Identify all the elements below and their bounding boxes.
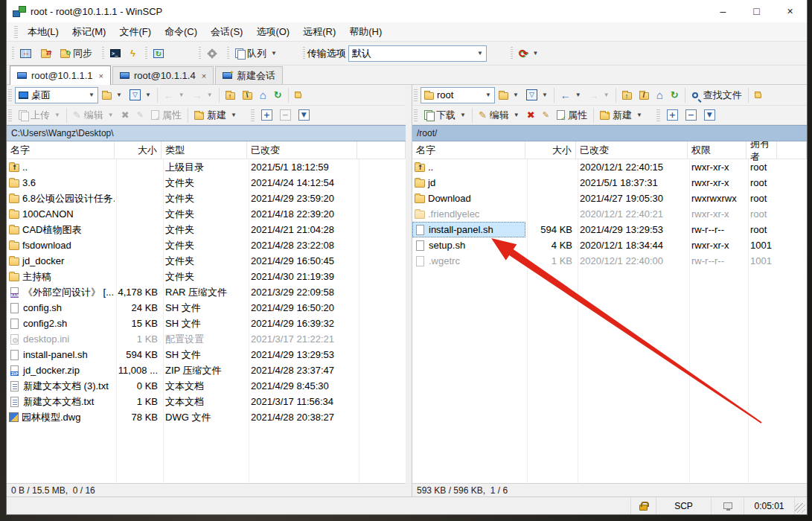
protocol-indicator[interactable]: SCP bbox=[656, 497, 712, 514]
maximize-button[interactable]: □ bbox=[740, 0, 773, 22]
open-directory-icon[interactable]: ▼ bbox=[495, 86, 522, 104]
file-row[interactable]: 园林模型.dwg78 KBDWG 文件2021/4/28 20:38:27 bbox=[7, 409, 406, 425]
refresh-icon[interactable]: ↻ bbox=[667, 86, 682, 104]
filter-icon[interactable]: ▽▼ bbox=[126, 86, 155, 104]
panel-splitter[interactable] bbox=[406, 85, 409, 496]
open-directory-icon[interactable]: ▼ bbox=[98, 86, 126, 104]
file-row[interactable]: jd_docker文件夹2021/4/29 16:50:45 bbox=[7, 253, 406, 269]
back-icon[interactable]: ←▼ bbox=[557, 86, 585, 104]
parent-directory-icon[interactable]: ↑ bbox=[222, 86, 239, 104]
tab-session[interactable]: root@10.1.1.1× bbox=[10, 65, 111, 85]
local-path-bar[interactable]: C:\Users\Wangz\Desktop\ bbox=[7, 125, 406, 141]
file-row[interactable]: fsdownload文件夹2021/4/28 23:22:08 bbox=[7, 237, 406, 253]
remote-drive-select[interactable]: root▼ bbox=[421, 87, 495, 103]
properties-button[interactable]: 属性 bbox=[553, 106, 591, 124]
synchronize-button[interactable]: ↻同步 bbox=[57, 45, 96, 63]
edit-button[interactable]: ✎编辑▼ bbox=[69, 106, 118, 124]
file-row[interactable]: 新建文本文档 (3).txt0 KB文本文档2021/4/29 8:45:30 bbox=[7, 378, 406, 394]
edit-button[interactable]: ✎编辑▼ bbox=[475, 106, 523, 124]
folder-sync-icon[interactable]: ⇄ bbox=[37, 45, 54, 63]
file-row[interactable]: install-panel.sh594 KBSH 文件2021/4/29 13:… bbox=[7, 347, 406, 362]
file-row[interactable]: 主持稿文件夹2021/4/30 21:19:39 bbox=[7, 269, 406, 284]
back-icon[interactable]: ←▼ bbox=[160, 86, 188, 104]
file-row[interactable]: ZIPjd_docker.zip11,008 ...ZIP 压缩文件2021/4… bbox=[7, 362, 406, 378]
new-button[interactable]: ✦新建▼ bbox=[596, 106, 646, 124]
minimize-button[interactable]: – bbox=[706, 0, 740, 22]
menu-item[interactable]: 会话(S) bbox=[204, 23, 249, 41]
menu-item[interactable]: 帮助(H) bbox=[342, 23, 389, 41]
file-row[interactable]: install-panel.sh594 KB2021/4/29 13:29:53… bbox=[412, 222, 807, 237]
server-icon[interactable] bbox=[712, 497, 744, 514]
menu-item[interactable]: 本地(L) bbox=[21, 23, 65, 41]
tab-session[interactable]: root@10.1.1.4× bbox=[112, 66, 214, 84]
console-icon[interactable]: >_ bbox=[106, 45, 124, 63]
transfer-preset-select[interactable]: 默认▼ bbox=[348, 45, 487, 62]
file-row[interactable]: config2.sh15 KBSH 文件2021/4/29 16:39:32 bbox=[7, 316, 406, 331]
delete-icon[interactable]: ✖ bbox=[118, 106, 133, 124]
file-row[interactable]: 新建文本文档.txt1 KB文本文档2021/3/17 11:56:34 bbox=[7, 394, 406, 409]
properties-button[interactable]: 属性 bbox=[147, 106, 185, 124]
column-header-changed[interactable]: 已改变 bbox=[247, 141, 357, 159]
file-row[interactable]: jd2021/5/1 18:37:31rwxr-xr-xroot bbox=[412, 175, 807, 191]
file-row[interactable]: 6.8公顷公园设计任务...文件夹2021/4/29 23:59:20 bbox=[7, 191, 406, 206]
rename-icon[interactable]: ✎ bbox=[539, 106, 553, 124]
file-row[interactable]: desktop.ini1 KB配置设置2021/3/17 21:22:21 bbox=[7, 331, 406, 347]
remote-path-bar[interactable]: /root/ bbox=[412, 125, 807, 141]
download-button[interactable]: 下载▼ bbox=[421, 106, 470, 124]
preferences-gear-icon[interactable] bbox=[203, 45, 221, 63]
queue-button[interactable]: 队列▼ bbox=[231, 45, 281, 63]
selection-filter-icon[interactable]: ▼ bbox=[700, 106, 719, 124]
file-row[interactable]: config.sh24 KBSH 文件2021/4/29 16:50:20 bbox=[7, 300, 406, 316]
menu-item[interactable]: 选项(O) bbox=[249, 23, 296, 41]
refresh-session-icon[interactable]: ↻ bbox=[150, 45, 167, 63]
delete-icon[interactable]: ✖ bbox=[523, 106, 539, 124]
upload-button[interactable]: 上传▼ bbox=[15, 106, 64, 124]
transfer-settings-icon[interactable]: ⟳▼ bbox=[515, 45, 543, 63]
local-drive-select[interactable]: 桌面▼ bbox=[15, 87, 98, 103]
file-row[interactable]: .friendlyelec2020/12/1 22:40:21rwxr-xr-x… bbox=[412, 206, 807, 222]
tab-close-icon[interactable]: × bbox=[202, 71, 206, 80]
file-row[interactable]: .wgetrc1 KB2020/12/1 22:40:00rw-r--r--10… bbox=[412, 253, 807, 269]
tab-close-icon[interactable]: × bbox=[99, 71, 103, 80]
tab-new-session[interactable]: 新建会话 bbox=[215, 66, 283, 84]
resize-grip[interactable] bbox=[795, 503, 805, 513]
home-icon[interactable]: ⌂ bbox=[653, 86, 667, 104]
column-header-type[interactable]: 类型 bbox=[162, 141, 247, 159]
directory-tree-icon[interactable] bbox=[751, 86, 765, 104]
column-header-size[interactable]: 大小ˇ bbox=[525, 141, 576, 159]
column-header-owner[interactable]: 拥有者 bbox=[747, 141, 777, 159]
menu-item[interactable]: 命令(C) bbox=[158, 23, 204, 41]
file-row[interactable]: Download2021/4/27 19:05:30rwxrwxrwxroot bbox=[412, 191, 807, 206]
selection-filter-icon[interactable]: ▼ bbox=[295, 106, 313, 124]
select-minus-icon[interactable]: − bbox=[276, 106, 295, 124]
dual-panel-icon[interactable] bbox=[16, 45, 35, 63]
column-header-changed[interactable]: 已改变 bbox=[576, 141, 688, 159]
parent-directory-icon[interactable]: ↑ bbox=[618, 86, 636, 104]
file-row[interactable]: 100CANON文件夹2021/4/18 22:39:20 bbox=[7, 206, 406, 222]
menu-item[interactable]: 标记(M) bbox=[65, 23, 113, 41]
root-directory-icon[interactable]: / bbox=[636, 86, 653, 104]
refresh-icon[interactable]: ↻ bbox=[270, 86, 286, 104]
file-row[interactable]: CAD植物图表文件夹2021/4/21 21:04:28 bbox=[7, 222, 406, 237]
select-plus-icon[interactable]: + bbox=[258, 106, 276, 124]
menu-item[interactable]: 文件(F) bbox=[112, 23, 158, 41]
command-icon[interactable]: ϟ bbox=[127, 45, 139, 63]
file-row[interactable]: 3.6文件夹2021/4/24 14:12:54 bbox=[7, 175, 406, 191]
select-plus-icon[interactable]: + bbox=[663, 106, 682, 124]
select-minus-icon[interactable]: − bbox=[682, 106, 700, 124]
column-header-name[interactable]: 名字ˆ bbox=[7, 141, 115, 159]
file-row[interactable]: ..上级目录2021/5/1 18:12:59 bbox=[7, 159, 406, 175]
menu-item[interactable]: 远程(R) bbox=[296, 23, 342, 41]
column-header-name[interactable]: 名字 bbox=[412, 141, 525, 159]
lock-icon[interactable] bbox=[631, 497, 656, 514]
file-row[interactable]: RAR《外部空间设计》 [...4,178 KBRAR 压缩文件2021/3/2… bbox=[7, 284, 406, 300]
directory-tree-icon[interactable] bbox=[291, 86, 305, 104]
file-row[interactable]: setup.sh4 KB2020/12/1 18:34:44rwxr-xr-x1… bbox=[412, 237, 807, 253]
home-icon[interactable]: ⌂ bbox=[256, 86, 270, 104]
filter-icon[interactable]: ▽▼ bbox=[522, 86, 552, 104]
column-header-size[interactable]: 大小 bbox=[115, 141, 162, 159]
find-files-button[interactable]: 查找文件 bbox=[688, 86, 746, 104]
column-header-perms[interactable]: 权限 bbox=[688, 141, 747, 159]
close-button[interactable]: × bbox=[773, 0, 807, 22]
file-row[interactable]: ..2020/12/1 22:40:15rwxr-xr-xroot bbox=[412, 159, 807, 175]
